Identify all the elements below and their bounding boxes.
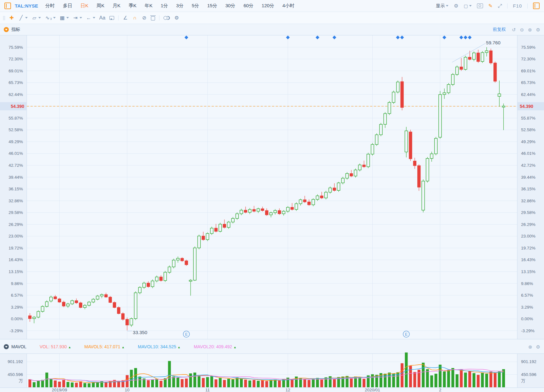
candle <box>214 228 217 231</box>
candle <box>227 222 230 227</box>
volume-bar <box>274 379 277 387</box>
svg-text:19.72%: 19.72% <box>521 246 536 250</box>
volume-bar <box>481 372 484 387</box>
svg-text:万: 万 <box>19 378 23 383</box>
close-indicator-icon[interactable]: ⊗ <box>528 344 532 349</box>
volume-bar <box>96 383 99 387</box>
main-plot-area[interactable] <box>27 35 517 339</box>
volume-bar <box>473 373 475 387</box>
svg-text:54.390: 54.390 <box>11 104 24 109</box>
volume-bar <box>134 368 137 387</box>
candle <box>202 236 205 239</box>
svg-text:69.01%: 69.01% <box>8 69 23 73</box>
candle <box>164 272 167 281</box>
candle <box>236 214 239 218</box>
candle <box>435 138 437 154</box>
candle <box>147 283 150 287</box>
candle <box>502 106 505 107</box>
candle <box>358 165 361 170</box>
svg-text:16.43%: 16.43% <box>8 257 23 262</box>
svg-text:39.44%: 39.44% <box>521 175 536 180</box>
volume-bar <box>303 379 306 387</box>
svg-text:23.00%: 23.00% <box>8 234 23 238</box>
volume-bar <box>33 382 36 387</box>
candle <box>312 199 315 205</box>
volume-bar <box>151 380 154 387</box>
candle <box>384 114 386 124</box>
svg-text:26.29%: 26.29% <box>521 222 536 227</box>
volume-bar <box>447 370 450 387</box>
volume-bar <box>159 381 162 387</box>
mavol-collapse-icon[interactable] <box>4 344 9 349</box>
candle <box>308 202 310 205</box>
candle <box>92 299 95 302</box>
volume-bar <box>240 378 243 387</box>
candle <box>265 210 268 215</box>
svg-text:69.01%: 69.01% <box>521 69 536 73</box>
candle <box>392 92 395 103</box>
candle <box>105 294 108 297</box>
volume-bar <box>490 372 492 387</box>
candle <box>79 303 82 308</box>
candle <box>439 95 441 137</box>
volume-bar <box>202 378 205 387</box>
mavol-label[interactable]: MAVOL <box>11 344 26 349</box>
svg-text:6.57%: 6.57% <box>11 293 23 298</box>
candle <box>41 306 44 311</box>
candle <box>418 166 420 187</box>
volume-bar <box>54 380 57 387</box>
candle <box>473 53 475 59</box>
legend-vol[interactable]: VOL: 517.930▲ <box>40 344 71 349</box>
candle <box>240 210 243 214</box>
volume-bar <box>358 377 361 387</box>
legend-mavol10[interactable]: MAVOL10: 344.525▲ <box>138 344 180 349</box>
candle <box>303 200 306 202</box>
candle <box>248 210 251 212</box>
candle <box>138 287 141 293</box>
candle <box>45 302 48 306</box>
volume-bar <box>409 366 412 387</box>
svg-text:901.192: 901.192 <box>521 359 536 364</box>
svg-text:42.72%: 42.72% <box>8 163 23 168</box>
svg-text:9.86%: 9.86% <box>521 281 533 286</box>
svg-text:-3.29%: -3.29% <box>521 328 535 333</box>
candle <box>58 299 61 302</box>
volume-bar <box>456 374 458 387</box>
svg-text:54.390: 54.390 <box>520 104 533 109</box>
candle <box>498 94 501 96</box>
volume-bar <box>83 383 86 387</box>
candle <box>405 131 408 152</box>
volume-bar <box>176 378 179 387</box>
volume-bar <box>58 382 61 387</box>
svg-text:2019/09: 2019/09 <box>52 388 67 392</box>
candlestick-chart[interactable]: 75.59%75.59%72.30%72.30%69.01%69.01%65.7… <box>0 0 544 392</box>
svg-text:11: 11 <box>205 388 210 392</box>
volume-bar <box>413 372 416 387</box>
svg-text:72.30%: 72.30% <box>8 57 23 61</box>
volume-bar <box>430 375 433 387</box>
volume-bar <box>71 383 74 387</box>
svg-text:-3.29%: -3.29% <box>9 328 23 333</box>
legend-mavol20[interactable]: MAVOL20: 409.492▲ <box>194 344 236 349</box>
candle <box>409 132 412 159</box>
candle <box>350 174 353 176</box>
mavol-settings-gear-icon[interactable]: ⚙ <box>536 344 540 349</box>
volume-bar <box>468 371 471 387</box>
svg-text:46.01%: 46.01% <box>521 151 536 156</box>
volume-bar <box>485 374 488 387</box>
svg-text:26.29%: 26.29% <box>8 222 23 227</box>
candle <box>286 207 289 211</box>
volume-bar <box>37 381 40 387</box>
volume-bar <box>172 377 175 387</box>
candle <box>159 277 162 280</box>
volume-bar <box>291 379 293 387</box>
candle <box>490 51 492 63</box>
volume-bar <box>206 377 209 387</box>
candle <box>278 210 281 214</box>
candle <box>37 311 40 317</box>
volume-bar <box>333 379 336 387</box>
candle <box>155 277 158 281</box>
legend-mavol5[interactable]: MAVOL5: 417.071▲ <box>84 344 125 349</box>
volume-bar <box>422 363 425 387</box>
svg-text:450.596: 450.596 <box>521 372 536 377</box>
